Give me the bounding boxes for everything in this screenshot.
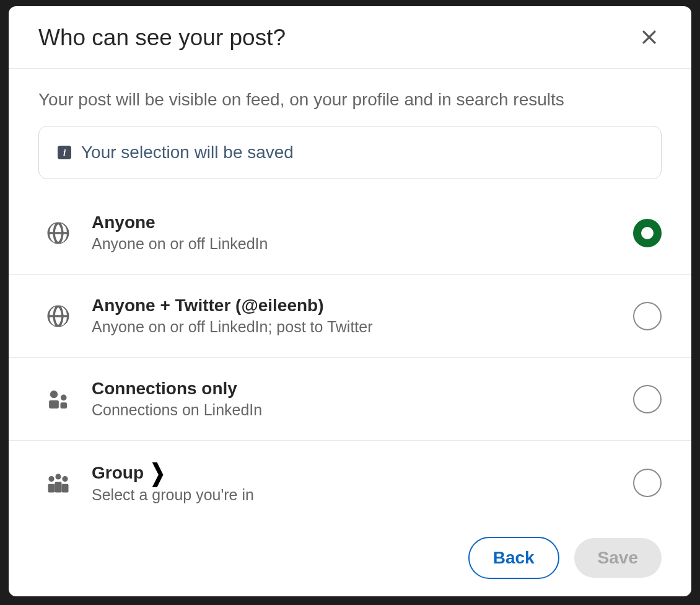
svg-rect-9 [48,484,55,493]
option-content: Connections only Connections on LinkedIn [92,379,615,419]
svg-point-3 [61,394,67,400]
radio-unselected[interactable] [633,302,662,330]
option-title: Anyone [92,213,615,232]
option-anyone-twitter[interactable]: Anyone + Twitter (@eileenb) Anyone on or… [9,275,691,358]
modal-subtitle: Your post will be visible on feed, on yo… [9,69,691,126]
svg-point-8 [62,476,68,482]
option-title-text: Group [92,463,144,483]
globe-icon [43,218,73,248]
modal-title: Who can see your post? [38,25,286,51]
option-content: Anyone Anyone on or off LinkedIn [92,213,615,253]
option-anyone[interactable]: Anyone Anyone on or off LinkedIn [9,192,691,275]
option-desc: Connections on LinkedIn [92,401,615,419]
radio-unselected[interactable] [633,469,662,497]
option-content: Anyone + Twitter (@eileenb) Anyone on or… [92,296,615,336]
svg-point-2 [50,391,58,398]
group-icon [43,468,73,498]
info-box: i Your selection will be saved [38,126,662,179]
save-button[interactable]: Save [574,538,662,578]
close-icon [639,27,660,50]
option-desc: Anyone on or off LinkedIn; post to Twitt… [92,318,615,336]
modal-header: Who can see your post? [9,6,691,69]
svg-rect-10 [55,482,62,492]
svg-point-6 [48,476,54,482]
globe-icon [43,301,73,331]
option-group[interactable]: Group ❯ Select a group you're in [9,441,691,523]
modal-footer: Back Save [9,523,691,596]
radio-selected[interactable] [633,219,662,247]
option-title: Group ❯ [92,462,615,484]
info-icon: i [58,146,71,159]
svg-point-7 [55,474,61,479]
option-content: Group ❯ Select a group you're in [92,462,615,504]
visibility-modal: Who can see your post? Your post will be… [9,6,691,596]
close-button[interactable] [637,25,662,50]
option-title: Anyone + Twitter (@eileenb) [92,296,615,316]
option-connections[interactable]: Connections only Connections on LinkedIn [9,358,691,441]
svg-rect-4 [49,400,59,408]
connections-icon [43,384,73,414]
radio-unselected[interactable] [633,385,662,413]
chevron-right-icon: ❯ [150,459,165,487]
option-desc: Select a group you're in [92,486,615,504]
back-button[interactable]: Back [468,537,559,579]
info-text: Your selection will be saved [81,143,294,162]
option-list: Anyone Anyone on or off LinkedIn Anyone … [9,192,691,523]
svg-rect-5 [61,402,68,408]
option-title: Connections only [92,379,615,399]
svg-rect-11 [62,484,69,493]
modal-body: Your post will be visible on feed, on yo… [9,69,691,523]
option-desc: Anyone on or off LinkedIn [92,235,615,253]
